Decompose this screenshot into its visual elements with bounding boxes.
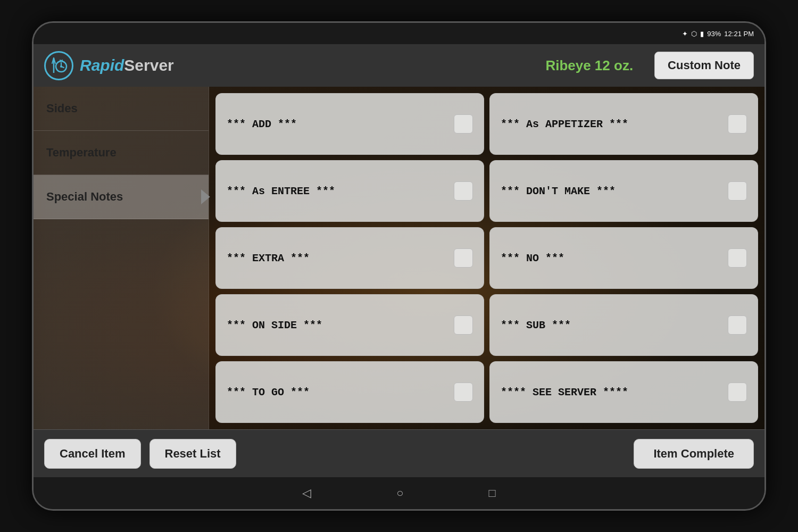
battery-percent: 93% bbox=[707, 30, 721, 38]
item-name: Ribeye 12 oz. bbox=[545, 57, 633, 74]
sidebar-item-sides[interactable]: Sides bbox=[34, 87, 209, 131]
main-content: Sides Temperature Special Notes *** ADD … bbox=[34, 87, 764, 429]
option-sub[interactable]: *** SUB *** bbox=[489, 294, 758, 356]
reset-list-button[interactable]: Reset List bbox=[149, 439, 236, 469]
sidebar: Sides Temperature Special Notes bbox=[34, 87, 209, 429]
option-see-server[interactable]: **** SEE SERVER **** bbox=[489, 361, 758, 423]
bottom-bar: Cancel Item Reset List Item Complete bbox=[34, 429, 764, 477]
sidebar-temperature-label: Temperature bbox=[46, 146, 117, 159]
sidebar-item-temperature[interactable]: Temperature bbox=[34, 131, 209, 175]
option-no-checkbox[interactable] bbox=[728, 248, 747, 268]
custom-note-button[interactable]: Custom Note bbox=[654, 52, 754, 79]
sidebar-item-special-notes[interactable]: Special Notes bbox=[34, 175, 209, 219]
option-see-server-checkbox[interactable] bbox=[728, 383, 747, 402]
option-on-side-checkbox[interactable] bbox=[454, 315, 473, 335]
option-to-go-checkbox[interactable] bbox=[454, 383, 473, 402]
status-bar: ✦ ⬡ ▮ 93% 12:21 PM bbox=[34, 23, 764, 44]
time-display: 12:21 PM bbox=[724, 30, 754, 38]
option-add-label: *** ADD *** bbox=[227, 118, 454, 130]
item-complete-button[interactable]: Item Complete bbox=[634, 439, 754, 469]
option-appetizer[interactable]: *** As APPETIZER *** bbox=[489, 93, 758, 155]
device-frame: ✦ ⬡ ▮ 93% 12:21 PM bbox=[32, 21, 766, 511]
logo-area: RapidServer bbox=[44, 51, 174, 80]
option-sub-checkbox[interactable] bbox=[728, 315, 747, 335]
option-extra-label: *** EXTRA *** bbox=[227, 252, 454, 264]
nav-bar: ◁ ○ □ bbox=[34, 477, 764, 509]
option-dont-make-label: *** DON'T MAKE *** bbox=[501, 185, 728, 197]
option-on-side[interactable]: *** ON SIDE *** bbox=[215, 294, 484, 356]
bluetooth-icon: ✦ bbox=[682, 30, 688, 38]
sidebar-sides-label: Sides bbox=[46, 102, 78, 115]
logo-svg bbox=[49, 56, 69, 75]
logo-icon bbox=[44, 51, 73, 80]
option-no-label: *** NO *** bbox=[501, 252, 728, 264]
cancel-item-button[interactable]: Cancel Item bbox=[44, 439, 141, 469]
wifi-icon: ⬡ bbox=[691, 30, 697, 38]
battery-icon: ▮ bbox=[700, 30, 704, 38]
option-extra[interactable]: *** EXTRA *** bbox=[215, 227, 484, 289]
option-see-server-label: **** SEE SERVER **** bbox=[501, 386, 728, 398]
svg-line-8 bbox=[61, 60, 62, 61]
option-to-go[interactable]: *** TO GO *** bbox=[215, 361, 484, 423]
options-grid: *** ADD *** *** As APPETIZER *** *** As … bbox=[209, 87, 764, 429]
nav-recents-button[interactable]: □ bbox=[489, 486, 496, 500]
option-add-checkbox[interactable] bbox=[454, 114, 473, 134]
option-sub-label: *** SUB *** bbox=[501, 319, 728, 331]
nav-back-button[interactable]: ◁ bbox=[302, 486, 311, 500]
option-entree[interactable]: *** As ENTREE *** bbox=[215, 160, 484, 222]
option-add[interactable]: *** ADD *** bbox=[215, 93, 484, 155]
status-icons: ✦ ⬡ ▮ 93% 12:21 PM bbox=[682, 30, 754, 38]
sidebar-special-notes-label: Special Notes bbox=[46, 190, 123, 203]
logo-server: Server bbox=[124, 56, 173, 74]
option-no[interactable]: *** NO *** bbox=[489, 227, 758, 289]
option-to-go-label: *** TO GO *** bbox=[227, 386, 454, 398]
option-entree-checkbox[interactable] bbox=[454, 181, 473, 201]
logo-text: RapidServer bbox=[80, 56, 174, 74]
option-dont-make-checkbox[interactable] bbox=[728, 181, 747, 201]
option-extra-checkbox[interactable] bbox=[454, 248, 473, 268]
logo-rapid: Rapid bbox=[80, 56, 124, 74]
option-on-side-label: *** ON SIDE *** bbox=[227, 319, 454, 331]
app-header: RapidServer Ribeye 12 oz. Custom Note bbox=[34, 44, 764, 87]
option-dont-make[interactable]: *** DON'T MAKE *** bbox=[489, 160, 758, 222]
option-appetizer-checkbox[interactable] bbox=[728, 114, 747, 134]
option-entree-label: *** As ENTREE *** bbox=[227, 185, 454, 197]
nav-home-button[interactable]: ○ bbox=[396, 486, 403, 500]
option-appetizer-label: *** As APPETIZER *** bbox=[501, 118, 728, 130]
